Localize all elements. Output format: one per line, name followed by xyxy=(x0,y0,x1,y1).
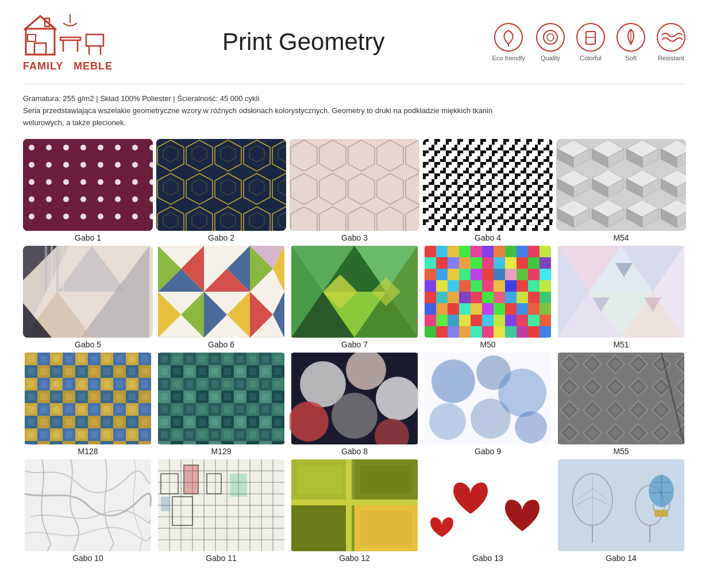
badge-quality: Quality xyxy=(535,22,565,61)
svg-rect-144 xyxy=(494,303,505,315)
svg-point-205 xyxy=(332,393,377,439)
svg-rect-255 xyxy=(360,465,412,494)
fabric-swatch-m54 xyxy=(556,139,686,231)
svg-rect-91 xyxy=(517,246,528,257)
svg-rect-165 xyxy=(482,326,494,338)
svg-rect-17 xyxy=(586,32,595,44)
fabric-swatch-gabo1 xyxy=(23,139,153,231)
svg-point-213 xyxy=(471,399,511,439)
fabric-label-gabo11: Gabo 11 xyxy=(206,554,237,563)
svg-rect-168 xyxy=(517,326,528,338)
fabric-swatch-gabo9 xyxy=(423,353,553,444)
svg-rect-122 xyxy=(494,280,505,292)
fabric-swatch-gabo14 xyxy=(556,459,686,551)
svg-rect-95 xyxy=(436,257,448,269)
fabric-item-m51: M51 xyxy=(556,246,686,349)
svg-rect-124 xyxy=(517,280,528,292)
svg-rect-99 xyxy=(482,257,494,269)
svg-rect-149 xyxy=(425,315,436,326)
svg-rect-143 xyxy=(482,303,494,315)
badge-soft: Soft xyxy=(616,22,646,61)
svg-rect-118 xyxy=(448,280,459,292)
fabric-swatch-gabo5 xyxy=(23,246,153,338)
svg-rect-114 xyxy=(528,269,540,280)
fabric-swatch-gabo3 xyxy=(290,139,419,231)
fabric-label-m54: M54 xyxy=(613,233,629,242)
svg-rect-167 xyxy=(505,326,517,338)
logo-area: FAMILY MEBLE xyxy=(23,11,115,72)
svg-point-13 xyxy=(537,24,564,51)
fabric-swatch-gabo6 xyxy=(156,246,286,338)
svg-rect-271 xyxy=(654,510,668,517)
svg-rect-141 xyxy=(459,303,471,315)
fabric-swatch-gabo2 xyxy=(156,139,286,231)
fabric-swatch-m50 xyxy=(423,246,553,338)
svg-rect-154 xyxy=(482,315,494,326)
svg-rect-134 xyxy=(505,292,517,303)
svg-rect-130 xyxy=(459,292,471,303)
svg-rect-138 xyxy=(425,303,436,315)
fabric-swatch-gabo11 xyxy=(156,459,286,551)
svg-rect-113 xyxy=(517,269,528,280)
svg-rect-85 xyxy=(448,246,459,257)
svg-rect-157 xyxy=(517,315,528,326)
fabric-label-gabo12: Gabo 12 xyxy=(339,554,370,563)
svg-rect-94 xyxy=(425,257,436,269)
fabric-label-gabo5: Gabo 5 xyxy=(75,340,101,349)
fabric-swatch-gabo7 xyxy=(290,246,419,338)
svg-rect-112 xyxy=(505,269,517,280)
svg-rect-132 xyxy=(482,292,494,303)
svg-rect-158 xyxy=(528,315,540,326)
fabric-item-m129: M129 xyxy=(156,353,286,456)
svg-rect-110 xyxy=(482,269,494,280)
svg-rect-24 xyxy=(23,139,153,231)
fabric-swatch-m55 xyxy=(556,353,686,444)
svg-rect-109 xyxy=(471,269,482,280)
svg-point-206 xyxy=(376,377,419,420)
svg-rect-28 xyxy=(156,139,286,231)
fabric-swatch-gabo8 xyxy=(290,353,419,444)
medal-icon xyxy=(535,22,565,52)
svg-rect-254 xyxy=(297,465,343,494)
info-text: Gramatura: 255 g/m2 | Skład 100% Poliest… xyxy=(23,93,686,129)
svg-rect-89 xyxy=(494,246,505,257)
fabric-label-gabo6: Gabo 6 xyxy=(208,340,234,349)
badge-colorful: Colorful xyxy=(576,22,606,61)
svg-rect-170 xyxy=(540,326,551,338)
svg-rect-147 xyxy=(528,303,540,315)
svg-rect-133 xyxy=(494,292,505,303)
svg-rect-104 xyxy=(540,257,551,269)
fabric-swatch-m129 xyxy=(156,353,286,444)
svg-point-15 xyxy=(547,34,554,41)
fabric-item-m128: M128 xyxy=(23,353,153,456)
svg-rect-96 xyxy=(448,257,459,269)
svg-rect-2 xyxy=(34,43,46,55)
svg-rect-123 xyxy=(505,280,517,292)
svg-rect-3 xyxy=(28,34,36,41)
fabric-swatch-gabo13 xyxy=(423,459,553,551)
fabric-item-gabo2: Gabo 2 xyxy=(156,139,286,242)
svg-rect-88 xyxy=(482,246,494,257)
fabric-item-gabo1: Gabo 1 xyxy=(23,139,153,242)
fabric-label-gabo3: Gabo 3 xyxy=(341,233,368,242)
svg-rect-108 xyxy=(459,269,471,280)
svg-rect-98 xyxy=(471,257,482,269)
svg-rect-145 xyxy=(505,303,517,315)
svg-rect-44 xyxy=(556,139,686,231)
fabric-label-gabo2: Gabo 2 xyxy=(208,233,234,242)
fabric-swatch-gabo10 xyxy=(23,459,153,551)
svg-rect-155 xyxy=(494,315,505,326)
fabric-label-gabo8: Gabo 8 xyxy=(341,447,368,456)
fabric-label-gabo1: Gabo 1 xyxy=(75,233,101,242)
fabric-item-gabo3: Gabo 3 xyxy=(290,139,419,242)
divider xyxy=(23,84,686,84)
svg-rect-244 xyxy=(184,465,198,494)
svg-rect-169 xyxy=(528,326,540,338)
svg-rect-102 xyxy=(517,257,528,269)
svg-rect-101 xyxy=(505,257,517,269)
svg-rect-246 xyxy=(230,474,247,497)
svg-rect-161 xyxy=(436,326,448,338)
svg-point-204 xyxy=(290,401,329,442)
svg-rect-119 xyxy=(459,280,471,292)
fabric-label-gabo14: Gabo 14 xyxy=(606,554,637,563)
